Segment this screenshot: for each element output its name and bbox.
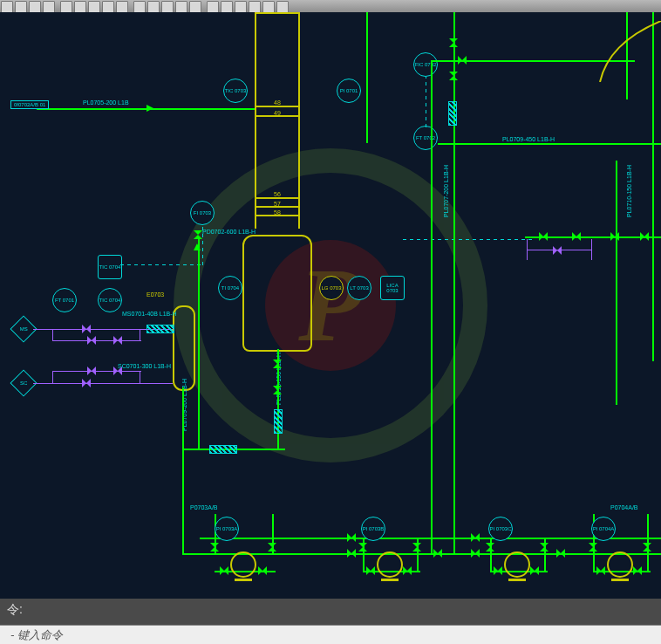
tb-btn[interactable] (235, 1, 247, 13)
tb-btn[interactable] (262, 1, 275, 13)
pipe-line (182, 553, 661, 555)
line-label: SC0701-300 L1B-H (118, 363, 171, 369)
pipe-line (33, 383, 173, 384)
tray-number: 56 (274, 191, 281, 197)
tb-btn[interactable] (189, 1, 201, 13)
valve-icon (486, 543, 494, 552)
instrument-bubble: PI 0701 (337, 79, 361, 103)
pipe-line (140, 329, 140, 341)
command-line-label: 令: (0, 599, 661, 625)
tb-btn[interactable] (15, 1, 27, 13)
tb-btn[interactable] (60, 1, 72, 13)
valve-icon (471, 533, 480, 542)
tb-btn[interactable] (133, 1, 146, 13)
tb-btn[interactable] (161, 1, 174, 13)
instrument-bubble: TIC 0704 (98, 255, 122, 279)
valve-icon (553, 246, 562, 255)
pump-label: P0704A/B (610, 504, 638, 510)
instrument-bubble: LT 0703 (347, 276, 371, 300)
instrument-bubble: FT 0702 (413, 126, 438, 150)
tb-btn[interactable] (74, 1, 86, 13)
line-label: MS0701-40B L1B-H (122, 311, 177, 317)
tb-btn[interactable] (276, 1, 289, 13)
valve-icon (610, 232, 619, 241)
tb-btn[interactable] (88, 1, 100, 13)
flow-arrow-icon (194, 243, 201, 250)
tb-btn[interactable] (175, 1, 187, 13)
equipment-label: E0703 (147, 291, 164, 298)
instrument-bubble: TIC 0704 (98, 288, 122, 312)
tb-btn[interactable] (221, 1, 233, 13)
pipe-line (527, 239, 528, 260)
command-input[interactable]: - 键入命令 (0, 625, 661, 644)
tb-btn[interactable] (43, 1, 55, 13)
valve-icon (210, 543, 219, 552)
tb-btn[interactable] (207, 1, 219, 13)
valve-icon (539, 232, 548, 241)
valve-icon (643, 543, 651, 552)
pump-label: P0703A/B (190, 504, 218, 510)
valve-icon (494, 566, 502, 575)
drawing-canvas[interactable]: P PL0705-200 L1B 0f0702A/B 01 48 49 56 5… (0, 12, 661, 599)
valve-icon (640, 232, 649, 241)
tray-line (255, 197, 300, 199)
valve-icon (412, 543, 421, 552)
signal-line (403, 239, 534, 240)
valve-icon (449, 72, 458, 80)
vessel (242, 235, 312, 352)
spec-break-icon (274, 409, 283, 434)
line-label: PD0702-600 L1B-H (202, 229, 256, 235)
tb-btn[interactable] (147, 1, 160, 13)
valve-icon (113, 336, 122, 345)
valve-icon (596, 566, 605, 575)
tray-number: 57 (274, 201, 281, 207)
valve-icon (433, 549, 442, 558)
valve-icon (82, 379, 91, 387)
tray-number: 58 (274, 209, 281, 216)
valve-icon (471, 549, 480, 558)
instrument-bubble: PI 0703A (215, 517, 239, 541)
instrument-bubble: LG 0703 (319, 276, 344, 300)
pipe-line (438, 143, 661, 145)
pipe-line (198, 305, 200, 449)
instrument-bubble: PI 0703C (488, 517, 513, 541)
pipe-line (52, 371, 53, 384)
instrument-bubble: PI 0704A (591, 517, 616, 541)
pump-icon (504, 552, 530, 578)
valve-icon (268, 543, 276, 552)
valve-icon (572, 232, 581, 241)
valve-icon (87, 367, 96, 375)
valve-icon (403, 566, 412, 575)
valve-icon (633, 566, 642, 575)
valve-icon (87, 336, 96, 345)
flow-arrow-icon (147, 105, 153, 112)
signal-line (426, 77, 426, 127)
tb-btn[interactable] (116, 1, 128, 13)
tray-number: 48 (274, 99, 281, 106)
pipe-line (37, 108, 255, 110)
valve-icon (194, 230, 202, 239)
pipe-line (52, 329, 53, 341)
instrument-bubble: LICA 0703 (380, 276, 405, 300)
tb-btn[interactable] (102, 1, 114, 13)
valve-icon (530, 566, 539, 575)
spec-break-icon (448, 101, 457, 126)
valve-icon (273, 360, 282, 368)
tb-btn[interactable] (249, 1, 261, 13)
pump-icon (230, 552, 256, 578)
instrument-bubble: FIC 0702 (413, 52, 438, 77)
signal-line (120, 264, 203, 265)
valve-icon (458, 56, 467, 65)
tb-btn[interactable] (29, 1, 41, 13)
pipe-line (616, 161, 617, 405)
instrument-bubble: FI 0703 (190, 201, 215, 225)
valve-icon (220, 566, 228, 575)
valve-icon (347, 533, 356, 542)
tb-btn[interactable] (1, 1, 13, 13)
valve-icon (82, 325, 91, 333)
valve-icon (258, 566, 267, 575)
instrument-bubble: FT 0701 (52, 288, 77, 312)
pipe-line (431, 60, 433, 553)
tag-box: 0f0702A/B 01 (10, 100, 49, 109)
watermark: P (174, 148, 487, 462)
